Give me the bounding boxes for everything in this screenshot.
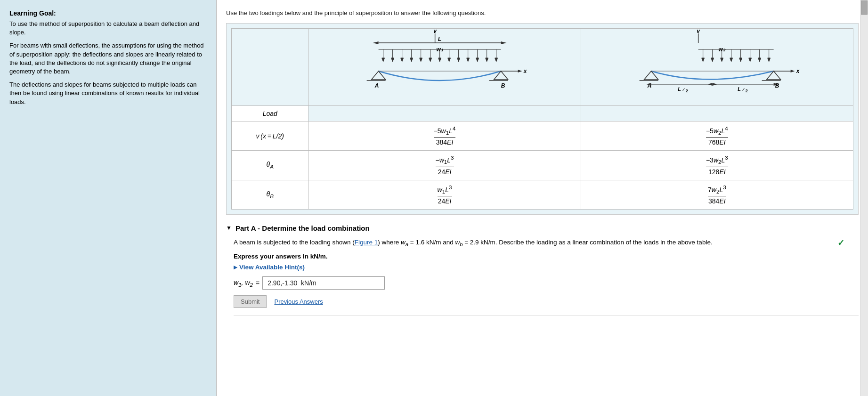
svg-marker-11 [391, 58, 394, 62]
beam-table: v L w₁ [231, 28, 853, 210]
previous-answers-link[interactable]: Previous Answers [274, 298, 323, 305]
sidebar: Learning Goal: To use the method of supe… [0, 0, 217, 396]
cell-theta-a-label: θA [232, 151, 308, 180]
scrollbar-track[interactable] [860, 0, 868, 396]
cell-load-diagram-2 [581, 106, 853, 121]
cell-load-diagram-1 [308, 106, 581, 121]
svg-marker-61 [758, 58, 761, 62]
svg-text:L: L [738, 86, 741, 92]
cell-deflection-col2: −5w2L4 768EI [581, 121, 853, 151]
hint-toggle[interactable]: View Available Hint(s) [234, 264, 859, 271]
svg-marker-27 [467, 58, 470, 62]
svg-marker-53 [720, 58, 723, 62]
learning-goal-text-2: For beams with small deflections, the as… [9, 41, 207, 76]
svg-text:v: v [434, 29, 438, 34]
svg-marker-49 [701, 58, 704, 62]
svg-text:2: 2 [685, 89, 688, 93]
svg-text:A: A [374, 82, 379, 89]
cell-theta-a-col2: −3w2L3 128EI [581, 151, 853, 180]
svg-text:⁄: ⁄ [742, 87, 745, 92]
svg-text:2: 2 [745, 89, 747, 93]
svg-marker-13 [401, 58, 404, 62]
svg-marker-15 [410, 58, 413, 62]
svg-marker-3 [373, 41, 379, 44]
learning-goal-text-1: To use the method of superposition to ca… [9, 20, 207, 37]
svg-text:B: B [501, 82, 505, 89]
svg-marker-17 [420, 58, 422, 62]
cell-deflection-label: v (x = L/2) [232, 121, 308, 151]
correct-checkmark: ✓ [837, 238, 844, 248]
submit-button[interactable]: Submit [234, 295, 267, 308]
part-a-header[interactable]: ▼ Part A - Determine the load combinatio… [226, 224, 859, 232]
cell-theta-b-label: θB [232, 180, 308, 209]
figure-link[interactable]: Figure 1 [355, 239, 378, 246]
diagram-cell-2: v w₂ [581, 29, 853, 106]
svg-marker-25 [457, 58, 460, 62]
beam-diagram-1: v L w₁ [308, 29, 580, 104]
svg-marker-33 [495, 58, 498, 62]
svg-text:x: x [523, 68, 527, 74]
svg-text:⁄: ⁄ [682, 87, 685, 92]
part-a-body: ✓ A beam is subjected to the loading sho… [226, 238, 859, 318]
diagram-cell-1: v L w₁ [308, 29, 581, 106]
beam-table-container: v L w₁ [226, 23, 859, 215]
svg-text:v: v [697, 29, 700, 34]
cell-theta-b-col2: 7w2L3 384EI [581, 180, 853, 209]
svg-marker-23 [448, 58, 451, 62]
svg-marker-63 [767, 58, 770, 62]
svg-marker-40 [518, 70, 522, 73]
svg-text:B: B [775, 82, 779, 89]
col-header-load [232, 29, 308, 106]
svg-marker-21 [438, 58, 441, 62]
svg-text:L: L [438, 36, 441, 42]
part-b-divider [234, 315, 859, 318]
question-header: Use the two loadings below and the princ… [226, 9, 859, 16]
svg-marker-31 [486, 58, 488, 62]
svg-marker-29 [476, 58, 479, 62]
svg-marker-59 [748, 58, 751, 62]
svg-marker-80 [707, 83, 712, 86]
learning-goal-text-3: The deflections and slopes for beams sub… [9, 81, 207, 106]
svg-marker-51 [711, 58, 714, 62]
cell-theta-b-col1: w1L3 24EI [308, 180, 581, 209]
answer-input[interactable] [262, 276, 385, 290]
cell-deflection-col1: −5w1L4 384EI [308, 121, 581, 151]
scrollbar-thumb[interactable] [861, 0, 868, 15]
main-content: Use the two loadings below and the princ… [217, 0, 868, 396]
svg-marker-19 [429, 58, 432, 62]
svg-marker-4 [501, 41, 507, 44]
cell-theta-a-col1: −w1L3 24EI [308, 151, 581, 180]
learning-goal-title: Learning Goal: [9, 9, 207, 17]
svg-marker-57 [739, 58, 742, 62]
svg-text:x: x [795, 68, 800, 74]
answer-input-row: w1, w2 = [234, 276, 859, 290]
cell-load-label: Load [232, 106, 308, 121]
express-answers-label: Express your answers in kN/m. [234, 253, 859, 260]
answer-label: w1, w2 [234, 279, 253, 288]
problem-text: A beam is subjected to the loading shown… [234, 238, 859, 249]
part-a-section: ▼ Part A - Determine the load combinatio… [226, 224, 859, 318]
chevron-down-icon: ▼ [226, 225, 232, 231]
part-a-title: Part A - Determine the load combination [235, 224, 370, 232]
svg-marker-70 [790, 70, 795, 73]
beam-diagram-2: v w₂ [581, 29, 853, 104]
svg-marker-55 [730, 58, 732, 62]
svg-text:L: L [678, 86, 681, 92]
action-row: Submit Previous Answers [234, 295, 859, 308]
svg-marker-9 [382, 58, 385, 62]
